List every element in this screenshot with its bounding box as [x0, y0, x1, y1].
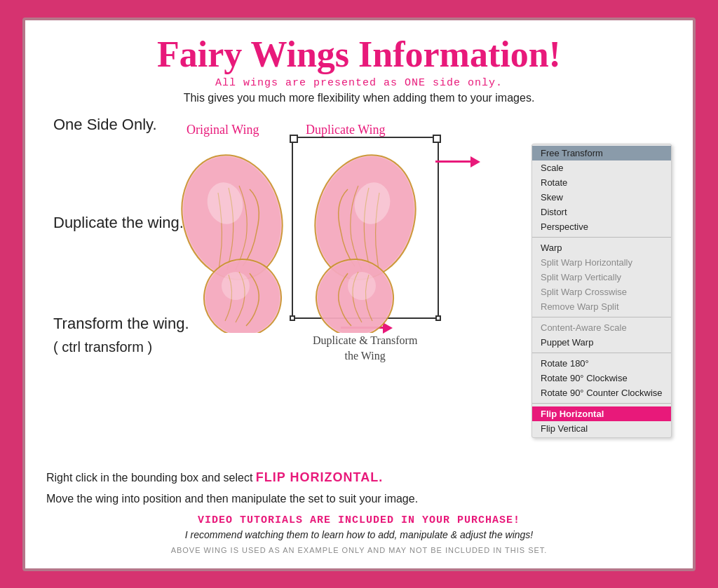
wings-svg [165, 137, 432, 333]
content-area: One Side Only. Duplicate the wing. Trans… [46, 116, 672, 465]
menu-separator-4 [532, 403, 671, 404]
bottom-section: Right click in the bounding box and sele… [46, 470, 672, 554]
label-one-side: One Side Only. [53, 116, 157, 134]
menu-item-content-aware[interactable]: Content-Aware Scale [532, 320, 671, 335]
menu-item-split-warp-v[interactable]: Split Warp Vertically [532, 270, 671, 285]
menu-separator-2 [532, 317, 671, 317]
context-menu: Free Transform Scale Rotate Skew Distort… [531, 144, 672, 438]
menu-item-split-warp-c[interactable]: Split Warp Crosswise [532, 285, 671, 299]
page-title: Fairy Wings Information! [157, 34, 561, 74]
wing-container: Original Wing Duplicate Wing Duplicate &… [158, 116, 453, 368]
menu-item-flip-vertical[interactable]: Flip Vertical [532, 421, 671, 436]
duplicate-wing-label: Duplicate Wing [306, 123, 385, 137]
menu-item-remove-warp[interactable]: Remove Warp Split [532, 299, 671, 314]
menu-item-distort[interactable]: Distort [532, 205, 671, 219]
menu-arrow [435, 156, 480, 167]
menu-item-rotate-180[interactable]: Rotate 180° [532, 356, 671, 371]
subtitle-pink: All wings are presented as ONE side only… [215, 77, 503, 89]
recommend-text: I recommend watching them to learn how t… [46, 529, 672, 540]
menu-item-warp[interactable]: Warp [532, 240, 671, 255]
subtitle-black: This gives you much more flexibility whe… [184, 92, 535, 104]
bb-corner-br [435, 315, 441, 321]
menu-item-rotate-90-cw[interactable]: Rotate 90° Clockwise [532, 371, 671, 385]
left-panel: One Side Only. Duplicate the wing. Trans… [46, 116, 517, 465]
disclaimer: ABOVE WING IS USED AS AN EXAMPLE ONLY AN… [46, 546, 672, 554]
menu-item-rotate[interactable]: Rotate [532, 175, 671, 190]
menu-item-skew[interactable]: Skew [532, 190, 671, 205]
move-text: Move the wing into position and then man… [46, 491, 672, 507]
flip-text: Right click in the bounding box and sele… [46, 470, 672, 485]
menu-arrow-line [435, 160, 470, 163]
menu-separator-1 [532, 237, 671, 238]
menu-item-split-warp-h[interactable]: Split Warp Horizontally [532, 255, 671, 270]
original-wing-label: Original Wing [187, 123, 259, 137]
menu-item-free-transform[interactable]: Free Transform [532, 146, 671, 160]
main-container: Fairy Wings Information! All wings are p… [22, 18, 696, 571]
svg-point-15 [348, 272, 376, 300]
right-panel: Free Transform Scale Rotate Skew Distort… [531, 116, 672, 465]
menu-item-rotate-90-ccw[interactable]: Rotate 90° Counter Clockwise [532, 385, 671, 400]
menu-item-flip-horizontal[interactable]: Flip Horizontal [532, 406, 671, 421]
menu-item-puppet-warp[interactable]: Puppet Warp [532, 335, 671, 350]
video-text: VIDEO TUTORIALS ARE INCLUDED IN YOUR PUR… [46, 514, 672, 526]
dup-transform-label: Duplicate & Transform the Wing [313, 333, 417, 364]
menu-separator-3 [532, 353, 671, 353]
menu-item-perspective[interactable]: Perspective [532, 219, 671, 234]
svg-point-7 [222, 272, 250, 300]
menu-item-scale[interactable]: Scale [532, 160, 671, 175]
flip-highlight: FLIP HORIZONTAL. [256, 470, 383, 484]
wings-area: Original Wing Duplicate Wing Duplicate &… [158, 116, 453, 368]
menu-arrow-head [470, 156, 480, 167]
